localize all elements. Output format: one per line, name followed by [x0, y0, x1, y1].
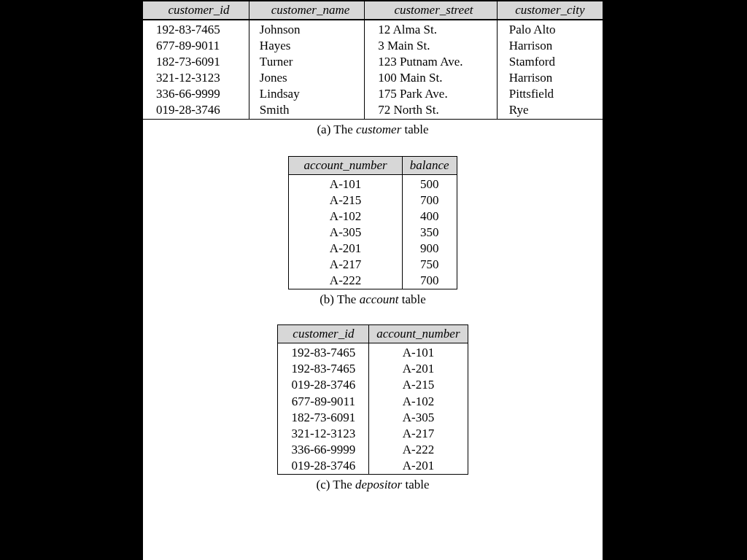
table-header-row: account_number balance [289, 156, 457, 174]
depositor-block: customer_id account_number 192-83-7465A-… [143, 324, 603, 492]
cell: 700 [402, 273, 457, 289]
customer-caption: (a) The customer table [317, 122, 428, 137]
table-row: 192-83-7465A-101 [278, 343, 468, 362]
table-row: A-101500 [289, 174, 457, 192]
caption-prefix: (b) The [320, 292, 359, 306]
caption-suffix: table [402, 478, 429, 491]
cell: 500 [402, 174, 457, 192]
cell: 123 Putnam Ave. [365, 54, 498, 70]
table-row: 336-66-9999A-222 [278, 442, 468, 458]
table-row: 182-73-6091Turner123 Putnam Ave.Stamford [143, 54, 603, 70]
cell: 12 Alma St. [365, 20, 498, 38]
table-row: 019-28-3746A-215 [278, 377, 468, 393]
cell: Lindsay [249, 86, 364, 102]
cell: 175 Park Ave. [365, 86, 498, 102]
account-caption: (b) The account table [320, 292, 426, 307]
caption-em: depositor [355, 478, 402, 491]
cell: Pittsfield [497, 86, 603, 102]
cell: 336-66-9999 [278, 442, 369, 458]
cell: 677-89-9011 [278, 394, 369, 410]
cell: A-102 [289, 209, 402, 225]
col-balance: balance [402, 156, 457, 174]
cell: 019-28-3746 [143, 102, 249, 119]
table-row: 192-83-7465Johnson12 Alma St.Palo Alto [143, 20, 603, 38]
table-row: 192-83-7465A-201 [278, 361, 468, 377]
table-header-row: customer_id customer_name customer_stree… [143, 1, 603, 20]
col-account-number: account_number [369, 325, 468, 343]
table-row: A-201900 [289, 241, 457, 257]
cell: A-201 [289, 241, 402, 257]
cell: 72 North St. [365, 102, 498, 119]
cell: 192-83-7465 [278, 361, 369, 377]
cell: Palo Alto [497, 20, 603, 38]
col-customer-street: customer_street [365, 1, 498, 20]
cell: Smith [249, 102, 364, 119]
depositor-caption: (c) The depositor table [316, 478, 429, 492]
cell: 321-12-3123 [143, 70, 249, 86]
cell: 677-89-9011 [143, 38, 249, 54]
cell: Turner [249, 54, 364, 70]
cell: Rye [497, 102, 603, 119]
cell: A-101 [289, 174, 402, 192]
caption-em: account [360, 292, 399, 306]
cell: A-201 [369, 361, 468, 377]
cell: 019-28-3746 [278, 458, 369, 475]
cell: 192-83-7465 [143, 20, 249, 38]
cell: A-217 [289, 257, 402, 273]
cell: 182-73-6091 [278, 410, 369, 426]
cell: 400 [402, 209, 457, 225]
account-body: A-101500A-215700A-102400A-305350A-201900… [289, 174, 457, 289]
cell: 192-83-7465 [278, 343, 369, 362]
table-row: 677-89-9011Hayes3 Main St.Harrison [143, 38, 603, 54]
table-row: 019-28-3746Smith72 North St.Rye [143, 102, 603, 119]
table-header-row: customer_id account_number [278, 325, 468, 343]
caption-suffix: table [401, 122, 428, 136]
cell: Harrison [497, 38, 603, 54]
caption-prefix: (c) The [316, 478, 355, 491]
customer-table: customer_id customer_name customer_stree… [143, 0, 603, 120]
cell: Stamford [497, 54, 603, 70]
table-row: A-305350 [289, 225, 457, 241]
cell: A-101 [369, 343, 468, 362]
page: customer_id customer_name customer_stree… [143, 0, 603, 560]
cell: A-102 [369, 394, 468, 410]
depositor-table: customer_id account_number 192-83-7465A-… [277, 324, 468, 475]
cell: 321-12-3123 [278, 426, 369, 442]
col-customer-city: customer_city [497, 1, 603, 20]
cell: 336-66-9999 [143, 86, 249, 102]
col-customer-name: customer_name [249, 1, 364, 20]
table-row: 336-66-9999Lindsay175 Park Ave.Pittsfiel… [143, 86, 603, 102]
col-customer-id: customer_id [143, 1, 249, 20]
table-row: 019-28-3746A-201 [278, 458, 468, 475]
col-customer-id: customer_id [278, 325, 369, 343]
caption-prefix: (a) The [317, 122, 356, 136]
cell: A-201 [369, 458, 468, 475]
cell: A-305 [369, 410, 468, 426]
customer-block: customer_id customer_name customer_stree… [143, 0, 603, 137]
cell: Johnson [249, 20, 364, 38]
cell: Jones [249, 70, 364, 86]
cell: A-222 [369, 442, 468, 458]
table-row: 321-12-3123A-217 [278, 426, 468, 442]
cell: 100 Main St. [365, 70, 498, 86]
depositor-body: 192-83-7465A-101192-83-7465A-201019-28-3… [278, 343, 468, 475]
caption-suffix: table [398, 292, 425, 306]
cell: A-215 [289, 192, 402, 209]
cell: Hayes [249, 38, 364, 54]
account-block: account_number balance A-101500A-215700A… [143, 156, 603, 308]
cell: A-215 [369, 377, 468, 393]
customer-body: 192-83-7465Johnson12 Alma St.Palo Alto67… [143, 20, 603, 119]
table-row: A-222700 [289, 273, 457, 289]
cell: Harrison [497, 70, 603, 86]
cell: 700 [402, 192, 457, 209]
cell: 019-28-3746 [278, 377, 369, 393]
table-row: A-102400 [289, 209, 457, 225]
table-row: 182-73-6091A-305 [278, 410, 468, 426]
account-table: account_number balance A-101500A-215700A… [288, 156, 457, 290]
cell: 182-73-6091 [143, 54, 249, 70]
table-row: 677-89-9011A-102 [278, 394, 468, 410]
cell: 3 Main St. [365, 38, 498, 54]
table-row: 321-12-3123Jones100 Main St.Harrison [143, 70, 603, 86]
cell: 750 [402, 257, 457, 273]
table-row: A-215700 [289, 192, 457, 209]
